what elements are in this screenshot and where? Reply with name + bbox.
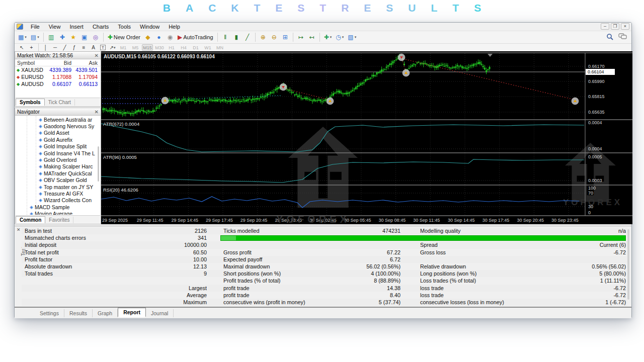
report-value: -6.72 [538,292,626,298]
timeframe-h4[interactable]: H4 [178,44,189,51]
new-chart-button[interactable]: ▦▾ [17,32,28,42]
report-value: 9 [145,270,207,277]
crosshair-tool-button[interactable]: + [27,44,36,51]
horizontal-line-tool-button[interactable]: ─ [51,44,59,51]
navigator-item[interactable]: ◈MACD Sample [16,204,100,210]
navigator-item[interactable]: ◈Gold Impulse Split [16,143,100,150]
periods-list-button[interactable]: ◷▾ [334,32,345,42]
navigator-item[interactable]: ◈Gaodong Nervous Sy [16,123,100,129]
autotrading-button[interactable]: ▶AutoTrading [176,32,215,42]
market-watch-toggle-button[interactable]: ▥ [46,32,56,42]
navigator-item[interactable]: ◈Gold Asset [16,130,100,136]
close-icon[interactable]: ✕ [95,53,99,58]
text-tool-button[interactable]: A [89,44,98,51]
scrollbar[interactable] [627,229,629,300]
experts-button[interactable]: ● [154,32,164,42]
indicators-list-button[interactable]: ✚▾ [323,32,334,42]
search-icon[interactable] [606,33,613,40]
line-chart-mode-button[interactable]: ╱ [243,32,253,42]
tester-tab-journal[interactable]: Journal [146,309,174,317]
label-tool-button[interactable]: T [99,44,107,51]
navigator-item[interactable]: ◈Wizard Collects Con [16,197,100,204]
timeframe-m15[interactable]: M15 [142,44,153,51]
bid-value: 1.17088 [47,74,73,80]
timeframe-m1[interactable]: M1 [118,44,129,51]
column-header-ask[interactable]: Ask [73,60,100,66]
navigator-item[interactable]: ◈OBV Scalper Gold [16,177,100,184]
timeframe-h1[interactable]: H1 [166,44,177,51]
navigator-item[interactable]: ◈Gold Overlord [16,156,100,163]
current-price-value: 0.66104 [588,69,604,74]
tester-tab-settings[interactable]: Settings [35,309,64,317]
cursor-tool-button[interactable]: ↖ [18,44,26,51]
tab-favorites[interactable]: Favorites [45,217,73,223]
menu-window[interactable]: Window [135,23,164,30]
auto-scroll-button[interactable]: ↦ [296,32,306,42]
chart-shift-button[interactable]: ↤ [307,32,317,42]
close-button[interactable]: × [621,23,629,30]
close-icon[interactable]: ✕ [95,109,99,115]
navigator-item[interactable]: ◈Gold Insane V4 The L [16,150,100,156]
timeframe-m30[interactable]: M30 [154,44,165,51]
metaeditor-button[interactable]: ◆ [143,32,153,42]
fibonacci-tool-button[interactable]: ƒ [70,44,78,51]
restore-button[interactable]: ❐ [611,23,619,30]
scrollbar[interactable] [98,146,99,182]
tab-tick-chart[interactable]: Tick Chart [45,99,75,106]
candle-body [251,100,252,101]
bar-chart-mode-button[interactable]: ‖ [220,32,230,42]
report-value: -6.72 [538,285,626,291]
vertical-line-tool-button[interactable]: │ [41,44,50,51]
symbol-row-xauusd[interactable]: ◆XAUUSD4339.3894339.501 [15,66,101,73]
column-header-symbol[interactable]: Symbol [15,60,47,66]
navigator-item[interactable]: ◈MATrader QuickScal [16,170,100,176]
channel-tool-button[interactable]: ≡ [79,44,88,51]
zoom-in-button[interactable]: ⊕ [258,32,268,42]
minimize-button[interactable]: – [601,23,609,30]
chart-area[interactable]: 29 Sep 202529 Sep 11:4529 Sep 14:4529 Se… [101,51,632,224]
menu-insert[interactable]: Insert [65,23,88,30]
chat-icon[interactable] [618,33,627,40]
terminal-toggle-button[interactable]: ▣ [79,32,90,42]
tab-symbols[interactable]: Symbols [16,99,45,106]
navigator-item[interactable]: ◈Treasure AI GFX [16,190,100,197]
candle-body [204,100,205,102]
timeframe-w1[interactable]: W1 [202,44,213,51]
candle-body [312,101,313,102]
tester-tab-graph[interactable]: Graph [93,309,118,317]
tile-windows-button[interactable]: ⊞ [280,32,290,42]
close-icon[interactable]: ✕ [17,227,21,232]
tester-tab-results[interactable]: Results [64,309,93,317]
navigator-item[interactable]: ◈Between Australia ar [16,116,100,123]
templates-list-button[interactable]: ▧▾ [346,32,358,42]
symbol-row-eurusd[interactable]: ◆EURUSD1.170881.17094 [15,73,101,80]
zoom-out-button[interactable]: ⊖ [269,32,279,42]
tester-tab-report[interactable]: Report [118,308,146,317]
trendline-tool-button[interactable]: ╱ [60,44,69,51]
market-button[interactable]: ◉ [165,32,175,42]
menu-charts[interactable]: Charts [88,23,113,30]
navigator-item[interactable]: ◈Moving Average [16,210,100,215]
open-offline-button[interactable]: ▤▾ [29,32,41,42]
menu-help[interactable]: Help [164,23,185,30]
strategy-tester-toggle-button[interactable]: ◎ [91,32,101,42]
column-header-bid[interactable]: Bid [47,60,73,66]
timeframe-m5[interactable]: M5 [130,44,141,51]
candle-body [155,108,157,109]
candlestick-mode-button[interactable]: ▮ [231,32,242,42]
navigator-item[interactable]: ◈Making Scalper Harc [16,163,100,170]
new-order-button[interactable]: ✚New Order [106,32,142,42]
menu-tools[interactable]: Tools [113,23,135,30]
navigator-item[interactable]: ◈Gold Aurefix [16,136,100,143]
symbol-row-audusd[interactable]: ◆AUDUSD0.661070.66113 [15,80,101,87]
arrows-tool-button[interactable]: ↗▾ [108,44,117,51]
menu-file[interactable]: File [26,23,44,30]
timeframe-d1[interactable]: D1 [190,44,201,51]
report-value: 1 (-6.72) [538,299,626,305]
data-window-toggle-button[interactable]: ✚ [57,32,67,42]
timeframe-mn[interactable]: MN [214,44,225,51]
tab-common[interactable]: Common [16,216,45,223]
navigator-item[interactable]: ◈Top master on JY SY [16,184,100,190]
menu-view[interactable]: View [44,23,65,30]
navigator-toggle-button[interactable]: ★ [68,32,78,42]
